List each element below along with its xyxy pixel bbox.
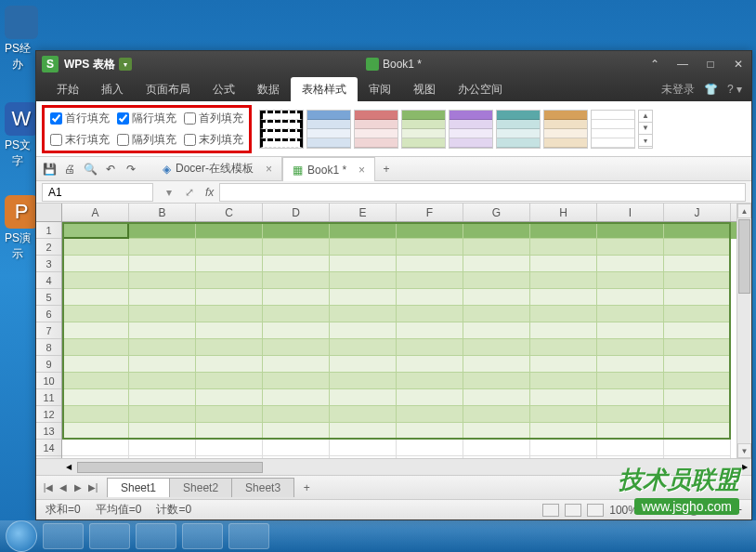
start-button[interactable] (6, 520, 37, 552)
row-header[interactable]: 7 (36, 322, 61, 339)
sheet-nav-prev[interactable]: ◀ (57, 482, 70, 493)
style-thumb-orange[interactable] (543, 110, 588, 149)
taskbar-item[interactable] (89, 523, 130, 549)
vertical-scrollbar[interactable]: ▲ ▼ (736, 204, 751, 458)
check-last-col[interactable]: 末列填充 (184, 132, 243, 148)
zoom-value[interactable]: 100% (609, 504, 638, 517)
menu-office[interactable]: 办公空间 (447, 77, 514, 101)
app-menu-dropdown[interactable]: ▾ (119, 58, 132, 71)
redo-icon[interactable]: ↷ (124, 162, 138, 177)
print-preview-icon[interactable]: 🔍 (83, 162, 98, 177)
sheet-add-button[interactable]: + (297, 481, 316, 494)
undo-icon[interactable]: ↶ (103, 162, 118, 177)
tab-docer-close[interactable]: × (266, 163, 272, 176)
help-dropdown-icon[interactable]: ? ▾ (727, 83, 742, 96)
style-thumb-teal[interactable] (496, 110, 541, 149)
style-thumb-gray[interactable] (591, 110, 635, 149)
row-header[interactable]: 9 (36, 356, 61, 373)
row-header[interactable]: 8 (36, 339, 61, 356)
col-header[interactable]: A (62, 204, 129, 221)
row-header[interactable]: 4 (36, 272, 61, 289)
style-thumb-purple[interactable] (449, 110, 493, 149)
row-header[interactable]: 10 (36, 373, 61, 389)
desktop-icon-ps[interactable]: PS经办 (5, 6, 31, 72)
zoom-in-button[interactable]: + (736, 504, 742, 517)
col-header[interactable]: F (397, 204, 463, 221)
menu-layout[interactable]: 页面布局 (135, 77, 202, 101)
desktop-icon-p[interactable]: PPS演示 (5, 195, 31, 262)
name-box[interactable]: A1 (42, 183, 153, 202)
col-header[interactable]: J (664, 204, 731, 221)
tab-docer[interactable]: ◈Docer-在线模板× (153, 157, 282, 180)
row-header[interactable]: 3 (36, 256, 61, 272)
save-icon[interactable]: 💾 (42, 162, 57, 177)
scroll-thumb[interactable] (738, 219, 750, 294)
scroll-down[interactable]: ▼ (737, 443, 751, 458)
close-button[interactable]: ✕ (731, 57, 746, 72)
check-first-row[interactable]: 首行填充 (50, 111, 110, 126)
row-header[interactable]: 12 (36, 406, 61, 423)
gallery-down[interactable]: ▼ (639, 123, 652, 135)
taskbar-item[interactable] (182, 523, 223, 549)
check-last-row[interactable]: 末行填充 (50, 132, 110, 148)
tab-book1[interactable]: ▦Book1 *× (282, 157, 375, 181)
formula-input[interactable] (219, 183, 746, 202)
check-first-col[interactable]: 首列填充 (184, 111, 243, 126)
style-thumb-none[interactable] (259, 110, 304, 149)
check-banded-row[interactable]: 隔行填充 (117, 111, 176, 126)
maximize-button[interactable]: □ (703, 57, 718, 72)
sheet-nav-next[interactable]: ▶ (72, 482, 85, 493)
col-header[interactable]: D (263, 204, 330, 221)
row-header[interactable]: 15 (36, 456, 61, 458)
sheet-tab-2[interactable]: Sheet2 (169, 478, 232, 497)
col-header[interactable]: C (196, 204, 263, 221)
formula-expand-icon[interactable]: ⤢ (179, 186, 200, 199)
style-thumb-red[interactable] (354, 110, 398, 149)
menu-data[interactable]: 数据 (246, 77, 291, 101)
sheet-tab-3[interactable]: Sheet3 (231, 478, 294, 497)
check-banded-col[interactable]: 隔列填充 (117, 132, 176, 148)
fx-icon[interactable]: fx (205, 186, 214, 199)
scroll-up[interactable]: ▲ (737, 204, 751, 218)
sheet-nav-first[interactable]: |◀ (42, 482, 55, 493)
row-header[interactable]: 13 (36, 423, 61, 440)
col-header[interactable]: E (330, 204, 397, 221)
app-logo-icon[interactable]: S (42, 56, 59, 72)
row-header[interactable]: 2 (36, 239, 61, 256)
row-header[interactable]: 11 (36, 389, 61, 406)
gallery-up[interactable]: ▲ (639, 111, 652, 123)
name-box-dropdown[interactable]: ▾ (159, 186, 179, 199)
taskbar-item[interactable] (136, 523, 176, 549)
horizontal-scrollbar[interactable]: ◀▶ (36, 458, 751, 475)
login-status[interactable]: 未登录 (661, 82, 695, 98)
menu-insert[interactable]: 插入 (90, 77, 135, 101)
col-header[interactable]: B (129, 204, 196, 221)
menu-table-style[interactable]: 表格样式 (291, 77, 358, 101)
taskbar-item[interactable] (43, 523, 84, 549)
ribbon-toggle-icon[interactable]: ⌃ (647, 57, 662, 72)
sheet-tab-1[interactable]: Sheet1 (107, 478, 170, 497)
sheet-nav-last[interactable]: ▶| (86, 482, 99, 493)
print-icon[interactable]: 🖨 (62, 162, 77, 177)
view-normal-button[interactable] (542, 504, 559, 517)
add-tab-button[interactable]: + (375, 157, 398, 180)
menu-review[interactable]: 审阅 (358, 77, 402, 101)
style-thumb-green[interactable] (401, 110, 446, 149)
view-page-button[interactable] (565, 504, 581, 517)
zoom-slider[interactable] (656, 508, 730, 512)
minimize-button[interactable]: — (675, 57, 690, 72)
cells-grid[interactable] (62, 222, 736, 458)
view-break-button[interactable] (587, 504, 604, 517)
style-thumb-blue[interactable] (306, 110, 351, 149)
skin-icon[interactable]: 👕 (704, 83, 718, 96)
row-header[interactable]: 6 (36, 306, 61, 322)
col-header[interactable]: H (530, 204, 597, 221)
tab-book1-close[interactable]: × (358, 164, 365, 177)
menu-start[interactable]: 开始 (46, 77, 90, 101)
select-all-corner[interactable] (36, 204, 62, 221)
row-header[interactable]: 14 (36, 440, 61, 456)
taskbar-item[interactable] (228, 523, 269, 549)
col-header[interactable]: I (597, 204, 664, 221)
menu-view[interactable]: 视图 (402, 77, 447, 101)
row-header[interactable]: 1 (36, 222, 61, 239)
